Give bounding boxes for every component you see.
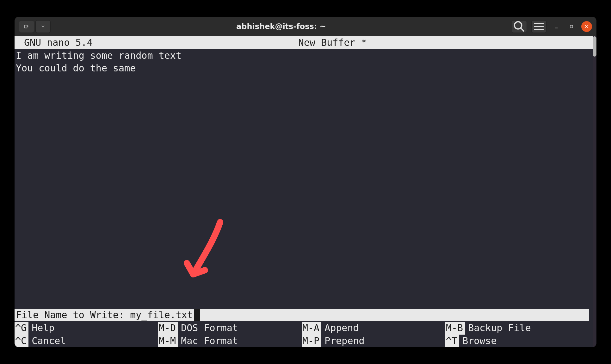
shortcut-prepend[interactable]: M-P Prepend (302, 335, 445, 348)
shortcut-help[interactable]: ^G Help (15, 322, 158, 335)
shortcut-cancel[interactable]: ^C Cancel (15, 335, 158, 348)
prompt-label: File Name to Write: (16, 309, 130, 322)
shortcut-label: Mac Format (178, 335, 238, 348)
filename-prompt[interactable]: File Name to Write: my_file.txt (15, 309, 589, 322)
nano-version: GNU nano 5.4 (16, 36, 93, 49)
nano-buffer-name: New Buffer * (93, 36, 591, 49)
shortcut-append[interactable]: M-A Append (302, 322, 445, 335)
shortcut-key: M-D (158, 322, 178, 335)
shortcut-row: ^C Cancel M-M Mac Format M-P Prepend ^T … (15, 335, 589, 348)
shortcut-label: Prepend (321, 335, 364, 348)
shortcut-key: M-P (302, 335, 321, 348)
terminal-viewport[interactable]: GNU nano 5.4 New Buffer * I am writing s… (15, 36, 596, 347)
text-cursor (194, 309, 200, 321)
editor-line: You could do the same (16, 63, 136, 74)
tab-dropdown-button[interactable] (35, 20, 51, 33)
terminal-window: abhishek@its-foss: ~ GNU nano 5.4 New B (15, 17, 596, 347)
close-icon (584, 24, 589, 29)
chevron-down-icon (40, 24, 46, 29)
shortcut-label: Help (28, 322, 54, 335)
close-button[interactable] (581, 21, 592, 32)
shortcut-row: ^G Help M-D DOS Format M-A Append M-B Ba… (15, 322, 589, 335)
shortcut-key: ^T (445, 335, 459, 348)
search-icon (512, 19, 527, 34)
shortcut-key: M-M (158, 335, 178, 348)
minimize-icon (553, 24, 559, 29)
new-tab-button[interactable] (19, 20, 34, 33)
prompt-value: my_file.txt (130, 309, 193, 322)
shortcut-dos-format[interactable]: M-D DOS Format (158, 322, 302, 335)
minimize-button[interactable] (551, 21, 562, 32)
shortcut-label: Backup File (465, 322, 531, 335)
new-tab-icon (24, 24, 29, 29)
svg-point-0 (515, 22, 522, 29)
editor-content[interactable]: I am writing some random text You could … (15, 49, 593, 75)
shortcut-mac-format[interactable]: M-M Mac Format (158, 335, 302, 348)
shortcut-key: M-B (445, 322, 465, 335)
shortcut-key: ^G (15, 322, 28, 335)
titlebar: abhishek@its-foss: ~ (15, 17, 596, 36)
maximize-button[interactable] (566, 21, 577, 32)
window-title: abhishek@its-foss: ~ (53, 22, 509, 31)
shortcut-key: M-A (302, 322, 321, 335)
shortcut-browse[interactable]: ^T Browse (445, 335, 589, 348)
hamburger-menu-button[interactable] (531, 20, 546, 33)
shortcut-key: ^C (15, 335, 28, 348)
svg-rect-1 (570, 25, 573, 28)
shortcut-backup-file[interactable]: M-B Backup File (445, 322, 589, 335)
shortcut-bar: ^G Help M-D DOS Format M-A Append M-B Ba… (15, 322, 589, 347)
scrollbar-thumb[interactable] (593, 36, 596, 57)
shortcut-label: Append (321, 322, 359, 335)
nano-titlebar: GNU nano 5.4 New Buffer * (15, 36, 593, 49)
editor-line: I am writing some random text (16, 50, 182, 61)
shortcut-label: DOS Format (178, 322, 238, 335)
hamburger-icon (532, 19, 546, 34)
search-button[interactable] (512, 20, 527, 33)
shortcut-label: Browse (459, 335, 497, 348)
shortcut-label: Cancel (28, 335, 66, 348)
maximize-icon (569, 24, 574, 29)
